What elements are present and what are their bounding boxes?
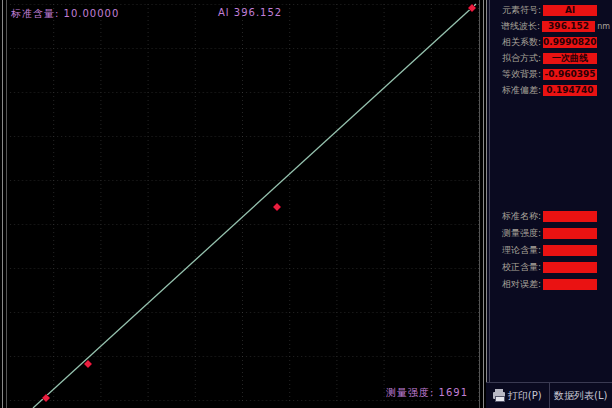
printer-icon: [493, 392, 505, 399]
field-label: 相对误差:: [491, 278, 541, 291]
element-symbol-value: Al: [543, 5, 597, 16]
chart-right-border-inner: [479, 0, 480, 408]
chart-left-border-inner: [6, 0, 7, 408]
line-info-fields: 元素符号: Al 谱线波长: 396.152 nm 相关系数: 0.999082…: [491, 4, 610, 100]
sample-info-fields: 标准名称: 测量强度: 理论含量: 校正含量: 相对误差:: [491, 210, 610, 295]
corrected-content-value: [543, 262, 597, 273]
field-label: 标准偏差:: [491, 84, 541, 97]
wavelength-value: 396.152: [542, 21, 595, 32]
field-label: 等效背景:: [491, 68, 541, 81]
correlation-value: 0.99908207: [543, 37, 597, 48]
standard-name-value: [543, 211, 597, 222]
button-bar: 打印(P) 数据列表(L): [486, 382, 612, 408]
fit-method-value: 一次曲线: [543, 53, 597, 64]
field-fit-method: 拟合方式: 一次曲线: [491, 52, 610, 64]
standard-deviation-value: 0.194740: [543, 85, 597, 96]
calibration-window: 标准含量: 10.00000 Al 396.152 测量强度: 1691 元素符…: [0, 0, 612, 408]
field-element-symbol: 元素符号: Al: [491, 4, 610, 16]
field-label: 测量强度:: [491, 227, 541, 240]
field-standard-deviation: 标准偏差: 0.194740: [491, 84, 610, 96]
theoretical-content-value: [543, 245, 597, 256]
field-label: 谱线波长:: [491, 20, 540, 33]
spectral-line-title: Al 396.152: [218, 7, 282, 18]
field-relative-error: 相对误差:: [491, 278, 610, 290]
field-label: 理论含量:: [491, 244, 541, 257]
field-measured-intensity: 测量强度:: [491, 227, 610, 239]
chart-right-border-outer: [483, 0, 484, 408]
field-label: 拟合方式:: [491, 52, 541, 65]
field-corrected-content: 校正含量:: [491, 261, 610, 273]
equivalent-background-value: -0.960395: [543, 69, 597, 80]
field-label: 相关系数:: [491, 36, 541, 49]
field-label: 元素符号:: [491, 4, 541, 17]
standard-content-value: 10.00000: [64, 8, 120, 19]
field-label: 校正含量:: [491, 261, 541, 274]
measured-intensity-field-value: [543, 228, 597, 239]
print-button[interactable]: 打印(P): [486, 383, 549, 408]
field-standard-name: 标准名称:: [491, 210, 610, 222]
chart-left-border-outer: [2, 0, 3, 408]
field-wavelength: 谱线波长: 396.152 nm: [491, 20, 610, 32]
calibration-chart-area: 标准含量: 10.00000 Al 396.152 测量强度: 1691: [0, 0, 486, 408]
field-theoretical-content: 理论含量:: [491, 244, 610, 256]
measured-intensity-value: 1691: [439, 387, 468, 398]
measured-intensity-annotation: 测量强度: 1691: [386, 386, 468, 400]
field-label: 标准名称:: [491, 210, 541, 223]
field-correlation: 相关系数: 0.99908207: [491, 36, 610, 48]
grid-lines: [6, 4, 479, 401]
data-list-button-label: 数据列表(L): [554, 389, 607, 403]
wavelength-unit: nm: [597, 22, 610, 31]
standard-content-annotation: 标准含量: 10.00000: [11, 7, 119, 21]
relative-error-value: [543, 279, 597, 290]
data-list-button[interactable]: 数据列表(L): [549, 383, 612, 408]
info-panel: 元素符号: Al 谱线波长: 396.152 nm 相关系数: 0.999082…: [486, 0, 612, 408]
standard-content-label: 标准含量:: [11, 8, 59, 19]
print-button-label: 打印(P): [508, 389, 542, 403]
calibration-plot: [0, 0, 486, 408]
measured-intensity-label: 测量强度:: [386, 387, 434, 398]
field-equivalent-background: 等效背景: -0.960395: [491, 68, 610, 80]
